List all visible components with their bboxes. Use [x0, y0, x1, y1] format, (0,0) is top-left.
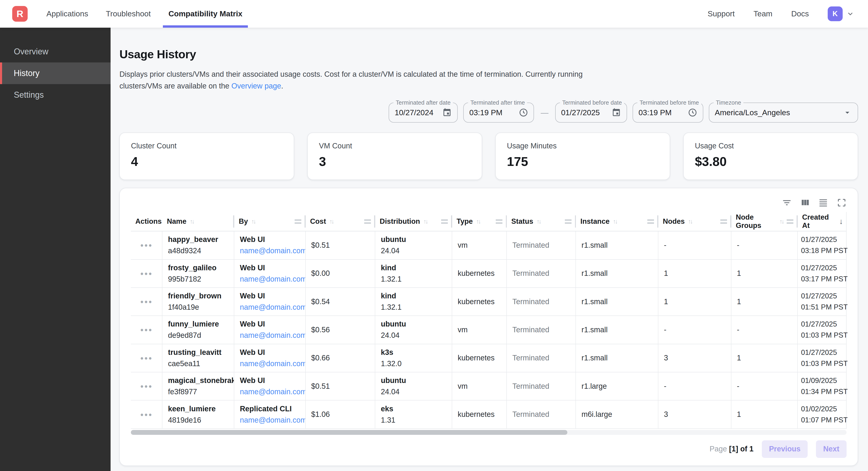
column-menu-icon[interactable]	[562, 219, 571, 224]
column-header-cost[interactable]: Cost↑↓	[306, 212, 375, 231]
sort-arrows-icon[interactable]: ↑↓	[424, 218, 427, 225]
previous-page-button[interactable]: Previous	[762, 440, 808, 458]
column-header-type[interactable]: Type↑↓	[452, 212, 507, 231]
column-header-by[interactable]: By↑↓	[234, 212, 306, 231]
by-email-link[interactable]: name@domain.com	[240, 359, 300, 368]
calendar-icon[interactable]	[612, 108, 621, 117]
horizontal-scrollbar-thumb[interactable]	[131, 430, 567, 435]
row-actions-button[interactable]: ●●●	[140, 242, 153, 248]
column-menu-icon[interactable]	[361, 219, 371, 224]
timezone-value[interactable]: America/Los_Angeles	[715, 108, 790, 117]
terminated-after-date-value[interactable]: 10/27/2024	[395, 108, 433, 117]
column-menu-icon[interactable]	[783, 219, 793, 224]
column-menu-icon[interactable]	[717, 219, 727, 224]
sidebar-item-settings[interactable]: Settings	[0, 84, 111, 106]
status-badge: Terminated	[512, 326, 570, 334]
by-email-link[interactable]: name@domain.com	[240, 246, 300, 255]
sidebar: Overview History Settings	[0, 28, 111, 471]
instance-cell: r1.large	[576, 372, 658, 400]
column-menu-icon[interactable]	[493, 219, 502, 224]
terminated-before-date-field[interactable]: Terminated before date 01/27/2025	[555, 102, 627, 122]
column-header-created-at[interactable]: Created At↓	[798, 212, 847, 231]
replicated-logo[interactable]: R	[12, 6, 28, 22]
by-email-link[interactable]: name@domain.com	[240, 416, 300, 424]
row-actions-button[interactable]: ●●●	[140, 271, 153, 276]
sidebar-item-overview[interactable]: Overview	[0, 41, 111, 63]
column-header-nodes[interactable]: Nodes↑↓	[658, 212, 732, 231]
nav-item-team[interactable]: Team	[753, 9, 772, 18]
nodes-cell: -	[658, 372, 732, 400]
density-icon[interactable]	[818, 198, 828, 208]
row-actions-button[interactable]: ●●●	[140, 299, 153, 304]
sort-arrows-icon[interactable]: ↑↓	[536, 218, 540, 225]
sort-arrows-icon[interactable]: ↑↓	[476, 218, 480, 225]
by-cell: Web UIname@domain.com	[234, 231, 306, 259]
filter-bar: Terminated after date 10/27/2024 Termina…	[119, 102, 858, 122]
type-value: kubernetes	[458, 297, 501, 306]
stat-label: Usage Minutes	[507, 142, 658, 150]
timezone-select[interactable]: Timezone America/Los_Angeles	[709, 102, 858, 122]
column-header-name[interactable]: Name↑↓	[162, 212, 234, 231]
terminated-before-time-value[interactable]: 03:19 PM	[639, 108, 672, 117]
cluster-name: friendly_brown	[168, 292, 228, 300]
instance-value: r1.small	[582, 326, 652, 334]
nav-item-compatibility-matrix[interactable]: Compatibility Matrix	[168, 0, 242, 28]
nav-item-troubleshoot[interactable]: Troubleshoot	[106, 0, 151, 28]
by-email-link[interactable]: name@domain.com	[240, 303, 300, 312]
sort-arrows-icon[interactable]: ↑↓	[779, 218, 783, 225]
nav-item-docs[interactable]: Docs	[791, 9, 809, 18]
table-row: ●●● trusting_leavittcae5ea11 Web UIname@…	[131, 344, 846, 372]
column-header-status[interactable]: Status↑↓	[507, 212, 576, 231]
column-menu-icon[interactable]	[438, 219, 447, 224]
caret-down-icon[interactable]	[843, 108, 852, 117]
sort-arrows-icon[interactable]: ↑↓	[613, 218, 617, 225]
cost-value: $0.00	[311, 269, 369, 278]
column-header-instance[interactable]: Instance↑↓	[576, 212, 658, 231]
row-actions-button[interactable]: ●●●	[140, 412, 153, 417]
next-page-button[interactable]: Next	[816, 440, 846, 458]
row-actions-button[interactable]: ●●●	[140, 383, 153, 389]
column-header-node-groups[interactable]: Node Groups↑↓	[732, 212, 798, 231]
terminated-after-time-value[interactable]: 03:19 PM	[469, 108, 502, 117]
nav-item-support[interactable]: Support	[708, 9, 735, 18]
nav-item-applications[interactable]: Applications	[46, 0, 88, 28]
terminated-after-date-label: Terminated after date	[394, 99, 453, 106]
distribution-name: eks	[381, 405, 446, 413]
user-menu[interactable]: K	[828, 6, 855, 22]
page-word: Page	[710, 445, 727, 453]
created-time: 01:07 PM PST	[801, 416, 844, 424]
terminated-after-date-field[interactable]: Terminated after date 10/27/2024	[389, 102, 458, 122]
column-menu-icon[interactable]	[291, 219, 301, 224]
sort-arrows-icon[interactable]: ↑↓	[688, 218, 692, 225]
clock-icon[interactable]	[519, 108, 528, 117]
horizontal-scrollbar-track[interactable]	[131, 430, 846, 435]
sort-arrows-icon[interactable]: ↑↓	[190, 218, 194, 225]
column-menu-icon[interactable]	[644, 219, 654, 224]
sidebar-item-history[interactable]: History	[0, 62, 111, 84]
node-groups-cell: -	[732, 231, 798, 259]
by-email-link[interactable]: name@domain.com	[240, 275, 300, 284]
row-actions-button[interactable]: ●●●	[140, 327, 153, 332]
column-header-distribution[interactable]: Distribution↑↓	[375, 212, 452, 231]
column-label: Name	[167, 217, 186, 226]
cluster-name: frosty_galileo	[168, 264, 228, 272]
filter-icon[interactable]	[782, 198, 792, 208]
columns-icon[interactable]	[800, 198, 810, 208]
terminated-before-date-value[interactable]: 01/27/2025	[561, 108, 600, 117]
calendar-icon[interactable]	[442, 108, 452, 117]
sort-arrows-icon[interactable]: ↑↓	[330, 218, 333, 225]
terminated-after-time-field[interactable]: Terminated after time 03:19 PM	[463, 102, 534, 122]
terminated-before-time-field[interactable]: Terminated before time 03:19 PM	[632, 102, 703, 122]
nodes-value: 3	[664, 410, 725, 419]
table-row: ●●● funny_lumierede9ed87d Web UIname@dom…	[131, 316, 846, 344]
sort-arrows-icon[interactable]: ↑↓	[251, 218, 255, 225]
by-email-link[interactable]: name@domain.com	[240, 331, 300, 340]
sort-desc-icon[interactable]: ↓	[839, 217, 843, 226]
created-time: 03:17 PM PST	[801, 275, 844, 283]
clock-icon[interactable]	[688, 108, 697, 117]
row-actions-button[interactable]: ●●●	[140, 355, 153, 361]
fullscreen-icon[interactable]	[837, 198, 846, 208]
overview-page-link[interactable]: Overview page	[231, 82, 281, 90]
avatar[interactable]: K	[828, 6, 843, 22]
by-email-link[interactable]: name@domain.com	[240, 388, 300, 396]
